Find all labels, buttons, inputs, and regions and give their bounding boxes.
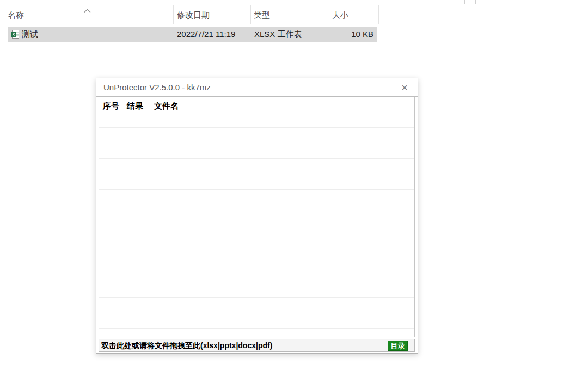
table-row	[99, 313, 414, 328]
table-row	[99, 205, 414, 220]
file-size: 10 KB	[314, 27, 373, 42]
table-row	[99, 127, 414, 143]
table-row	[99, 328, 414, 337]
drop-zone-bar[interactable]: 双击此处或请将文件拖拽至此(xlsx|pptx|docx|pdf) 目录	[99, 339, 415, 352]
toolbar-tick	[448, 0, 448, 4]
table-row	[99, 297, 414, 312]
table-row	[99, 267, 414, 282]
column-divider[interactable]	[173, 5, 174, 24]
table-row	[99, 251, 414, 266]
dialog-titlebar: UnProtector V2.5.0.0 - kk7mz ×	[96, 78, 418, 97]
column-divider[interactable]	[327, 5, 327, 24]
column-header-date-modified[interactable]: 修改日期	[177, 10, 210, 21]
file-name: 测试	[22, 27, 38, 42]
dialog-title: UnProtector V2.5.0.0 - kk7mz	[103, 83, 211, 92]
table-empty-rows	[99, 127, 414, 337]
excel-file-icon	[11, 30, 19, 39]
table-header-index[interactable]: 序号	[103, 101, 119, 112]
table-row	[99, 158, 414, 174]
toolbar-tick	[464, 0, 465, 4]
table-row	[99, 189, 414, 205]
file-row-selected[interactable]: 测试 2022/7/21 11:19 XLSX 工作表 10 KB	[8, 27, 377, 42]
result-list[interactable]: 序号 结果 文件名	[99, 97, 415, 337]
column-header-name[interactable]: 名称	[8, 10, 24, 21]
unprotector-dialog: UnProtector V2.5.0.0 - kk7mz × 序号 结果 文件名…	[96, 78, 418, 354]
column-header-size[interactable]: 大小	[332, 10, 348, 21]
table-row	[99, 236, 414, 251]
directory-button[interactable]: 目录	[388, 341, 408, 351]
toolbar-divider	[0, 2, 475, 2]
drop-hint-text[interactable]: 双击此处或请将文件拖拽至此(xlsx|pptx|docx|pdf)	[101, 339, 272, 351]
table-row	[99, 282, 414, 297]
table-row	[99, 220, 414, 235]
toolbar-tick	[475, 0, 476, 4]
table-row	[99, 143, 414, 158]
table-header-filename[interactable]: 文件名	[154, 101, 179, 112]
column-divider[interactable]	[378, 5, 379, 24]
close-icon[interactable]: ×	[399, 82, 411, 93]
chevron-up-icon	[84, 5, 91, 15]
column-divider[interactable]	[250, 5, 251, 24]
file-type: XLSX 工作表	[254, 27, 302, 42]
toolbar-divider	[482, 2, 588, 2]
file-date-modified: 2022/7/21 11:19	[177, 27, 235, 42]
table-row	[99, 174, 414, 189]
column-header-type[interactable]: 类型	[254, 10, 270, 21]
table-header-result[interactable]: 结果	[127, 101, 143, 112]
